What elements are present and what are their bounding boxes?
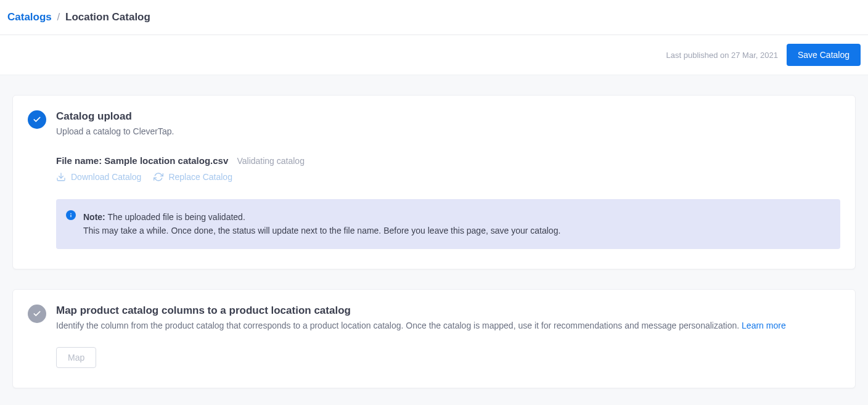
- catalog-upload-card: Catalog upload Upload a catalog to Cleve…: [12, 95, 856, 269]
- last-published-label: Last published on 27 Mar, 2021: [666, 51, 778, 60]
- step-pending-icon: [28, 305, 46, 323]
- breadcrumb-root-link[interactable]: Catalogs: [7, 11, 52, 23]
- map-button[interactable]: Map: [56, 347, 96, 368]
- map-columns-card: Map product catalog columns to a product…: [12, 289, 856, 388]
- replace-catalog-action[interactable]: Replace Catalog: [154, 172, 232, 182]
- page-body: Catalog upload Upload a catalog to Cleve…: [0, 75, 868, 405]
- note-line-1: The uploaded file is being validated.: [105, 212, 245, 222]
- refresh-icon: [154, 172, 163, 182]
- file-status: Validating catalog: [237, 156, 304, 166]
- breadcrumb-separator: /: [57, 11, 60, 23]
- svg-point-1: [70, 213, 72, 215]
- validation-note: Note: The uploaded file is being validat…: [56, 199, 840, 249]
- breadcrumb: Catalogs / Location Catalog: [0, 0, 868, 35]
- file-name-label: File name:: [56, 155, 104, 166]
- download-catalog-action[interactable]: Download Catalog: [56, 172, 141, 182]
- catalog-upload-subtitle: Upload a catalog to CleverTap.: [56, 125, 840, 138]
- toolbar: Last published on 27 Mar, 2021 Save Cata…: [0, 35, 868, 75]
- file-row: File name: Sample location catalog.csv V…: [56, 155, 840, 166]
- svg-rect-2: [70, 215, 71, 217]
- note-strong: Note:: [83, 212, 105, 222]
- download-icon: [56, 172, 66, 182]
- map-columns-subtitle-text: Identify the column from the product cat…: [56, 321, 742, 330]
- map-columns-subtitle: Identify the column from the product cat…: [56, 319, 840, 332]
- learn-more-link[interactable]: Learn more: [742, 321, 786, 330]
- note-line-2: This may take a while. Once done, the st…: [83, 224, 828, 237]
- save-catalog-button[interactable]: Save Catalog: [787, 44, 861, 66]
- info-icon: [66, 210, 76, 220]
- map-columns-title: Map product catalog columns to a product…: [56, 305, 840, 317]
- breadcrumb-current: Location Catalog: [65, 11, 150, 23]
- step-complete-icon: [28, 110, 46, 129]
- catalog-upload-title: Catalog upload: [56, 110, 840, 123]
- download-catalog-label: Download Catalog: [71, 172, 141, 182]
- file-name-value: Sample location catalog.csv: [104, 155, 228, 166]
- replace-catalog-label: Replace Catalog: [168, 172, 232, 182]
